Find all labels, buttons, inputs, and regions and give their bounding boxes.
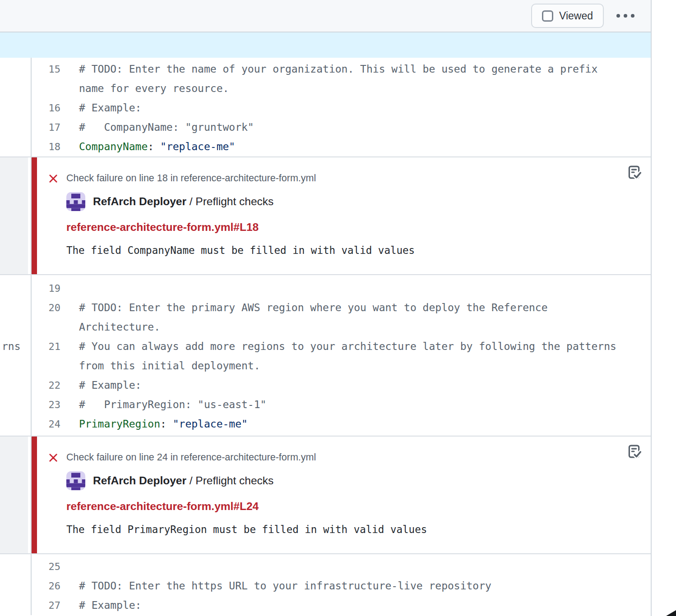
annotation-row: Check failure on line 24 in reference-ar… <box>0 436 651 554</box>
code-line: 23# PrimaryRegion: "us-east-1" <box>32 395 651 414</box>
code-line: 20# TODO: Enter the primary AWS region w… <box>32 298 651 337</box>
annotation-checklist-icon[interactable] <box>625 164 643 182</box>
code-text: # Example: <box>70 596 651 615</box>
viewed-toggle-button[interactable]: Viewed <box>531 4 604 28</box>
line-number[interactable]: 17 <box>32 118 70 137</box>
mouse-cursor <box>666 610 676 616</box>
code-line: 15# TODO: Enter the name of your organiz… <box>32 60 651 98</box>
check-run-row: RefArch Deployer / Preflight checks <box>66 192 633 211</box>
file-options-kebab-icon[interactable] <box>614 9 637 22</box>
annotation-file-link[interactable]: reference-architecture-form.yml#L18 <box>66 221 259 234</box>
code-text: # You can always add more regions to you… <box>70 337 651 376</box>
refarch-deployer-app-icon <box>66 471 85 490</box>
refarch-deployer-app-icon <box>66 192 85 211</box>
left-pane-cell: rns <box>0 275 32 436</box>
code-line: 18CompanyName: "replace-me" <box>32 137 651 156</box>
left-pane-cell <box>0 437 32 553</box>
expanded-hunk-bar <box>0 32 651 58</box>
code-text: # Example: <box>70 98 651 118</box>
viewed-label: Viewed <box>559 10 593 22</box>
line-number[interactable]: 20 <box>32 298 70 337</box>
code-text <box>70 279 651 298</box>
code-hunk: 2526# TODO: Enter the https URL to your … <box>32 554 651 615</box>
annotation-header-row: Check failure on line 18 in reference-ar… <box>48 173 633 184</box>
annotation-row: Check failure on line 18 in reference-ar… <box>0 156 651 275</box>
line-number[interactable]: 24 <box>32 414 70 434</box>
code-text <box>70 557 651 576</box>
check-run-name: RefArch Deployer <box>93 195 186 207</box>
annotation-header-row: Check failure on line 24 in reference-ar… <box>48 452 633 463</box>
hunk-row: 2526# TODO: Enter the https URL to your … <box>0 554 651 615</box>
line-number[interactable]: 22 <box>32 376 70 395</box>
diff-sections: 15# TODO: Enter the name of your organiz… <box>0 58 651 615</box>
code-line: 17# CompanyName: "gruntwork" <box>32 118 651 137</box>
code-line: 19 <box>32 279 651 298</box>
line-number[interactable]: 26 <box>32 576 70 596</box>
clipped-left-pane-code: rns <box>2 337 21 356</box>
check-failure-x-icon <box>48 452 59 463</box>
pull-request-file-diff: Viewed 15# TODO: Enter the name of your … <box>0 0 652 616</box>
check-annotation: Check failure on line 24 in reference-ar… <box>32 437 651 553</box>
code-line: 27# Example: <box>32 596 651 615</box>
code-text: # TODO: Enter the name of your organizat… <box>70 60 651 98</box>
line-number[interactable]: 23 <box>32 395 70 414</box>
code-line: 16# Example: <box>32 98 651 118</box>
code-text: # TODO: Enter the primary AWS region whe… <box>70 298 651 337</box>
annotation-message: The field CompanyName must be filled in … <box>66 244 633 256</box>
code-line: 24PrimaryRegion: "replace-me" <box>32 414 651 434</box>
code-text: # Example: <box>70 376 651 395</box>
code-line: 25 <box>32 557 651 576</box>
left-pane-cell <box>0 554 32 615</box>
code-line: 26# TODO: Enter the https URL to your in… <box>32 576 651 596</box>
code-line: 22# Example: <box>32 376 651 395</box>
code-hunk: 15# TODO: Enter the name of your organiz… <box>32 58 651 156</box>
line-number[interactable]: 18 <box>32 137 70 156</box>
hunk-row: 15# TODO: Enter the name of your organiz… <box>0 58 651 156</box>
code-line: 21# You can always add more regions to y… <box>32 337 651 376</box>
annotation-header-text: Check failure on line 18 in reference-ar… <box>66 173 316 184</box>
line-number[interactable]: 15 <box>32 60 70 98</box>
check-run-context: / Preflight checks <box>186 195 273 207</box>
left-pane-cell <box>0 157 32 274</box>
viewed-checkbox[interactable] <box>542 10 553 22</box>
code-text: # CompanyName: "gruntwork" <box>70 118 651 137</box>
line-number[interactable]: 21 <box>32 337 70 376</box>
annotation-message: The field PrimaryRegion must be filled i… <box>66 524 633 535</box>
line-number[interactable]: 27 <box>32 596 70 615</box>
check-run-name: RefArch Deployer <box>93 474 186 487</box>
annotation-header-text: Check failure on line 24 in reference-ar… <box>66 452 316 463</box>
code-text: PrimaryRegion: "replace-me" <box>70 414 651 434</box>
check-run-row: RefArch Deployer / Preflight checks <box>66 471 633 490</box>
check-failure-x-icon <box>48 173 59 184</box>
line-number[interactable]: 16 <box>32 98 70 118</box>
code-text: # TODO: Enter the https URL to your infr… <box>70 576 651 596</box>
kebab-dot <box>631 14 634 18</box>
file-header-bar: Viewed <box>0 0 651 32</box>
check-annotation: Check failure on line 18 in reference-ar… <box>32 157 651 274</box>
hunk-row: rns1920# TODO: Enter the primary AWS reg… <box>0 275 651 436</box>
annotation-checklist-icon[interactable] <box>625 443 643 461</box>
kebab-dot <box>624 14 627 18</box>
line-number[interactable]: 19 <box>32 279 70 298</box>
code-hunk: 1920# TODO: Enter the primary AWS region… <box>32 275 651 436</box>
code-text: CompanyName: "replace-me" <box>70 137 651 156</box>
check-run-context: / Preflight checks <box>186 474 273 487</box>
kebab-dot <box>616 14 620 18</box>
code-text: # PrimaryRegion: "us-east-1" <box>70 395 651 414</box>
annotation-file-link[interactable]: reference-architecture-form.yml#L24 <box>66 500 259 513</box>
left-pane-cell <box>0 58 32 156</box>
line-number[interactable]: 25 <box>32 557 70 576</box>
